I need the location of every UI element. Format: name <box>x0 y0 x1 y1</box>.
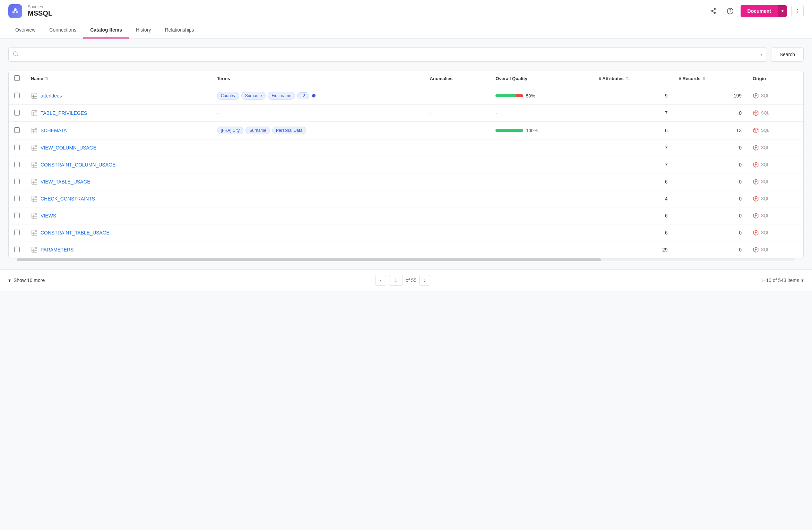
row-name-cell: VIEW_TABLE_USAGE <box>25 173 211 190</box>
search-button[interactable]: Search <box>771 47 804 62</box>
view-icon <box>31 110 38 117</box>
tag[interactable]: [FRA] City <box>217 127 244 134</box>
table-row: SCHEMATA[FRA] CitySurnamePersonal Data10… <box>9 122 803 139</box>
select-all-checkbox[interactable] <box>14 75 20 81</box>
row-checkbox[interactable] <box>14 196 20 201</box>
row-name-text[interactable]: CONSTRAINT_COLUMN_USAGE <box>41 162 115 168</box>
search-input[interactable] <box>21 48 758 61</box>
tag[interactable]: Surname <box>245 127 270 134</box>
origin-text: SQL: <box>761 247 770 252</box>
tag[interactable]: Surname <box>241 92 266 100</box>
row-checkbox-cell <box>9 207 25 224</box>
row-quality-cell: - <box>490 207 593 224</box>
no-tags-dash: - <box>217 110 219 116</box>
tab-connections[interactable]: Connections <box>42 22 83 39</box>
row-checkbox[interactable] <box>14 162 20 167</box>
origin-text: SQL: <box>761 213 770 218</box>
row-name-text[interactable]: CONSTRAINT_TABLE_USAGE <box>41 230 110 236</box>
row-records-cell: 0 <box>673 224 747 241</box>
quality-percentage: 100% <box>526 128 537 133</box>
row-checkbox[interactable] <box>14 145 20 150</box>
document-dropdown-button[interactable]: ▾ <box>778 5 787 17</box>
table-row: VIEW_COLUMN_USAGE---70 SQL: <box>9 139 803 156</box>
prev-page-button[interactable]: ‹ <box>375 275 386 286</box>
row-checkbox-cell <box>9 173 25 190</box>
records-sort-icon[interactable]: ⇅ <box>702 76 706 81</box>
row-name-text[interactable]: TABLE_PRIVILEGES <box>41 110 87 116</box>
row-checkbox-cell <box>9 105 25 122</box>
row-name-cell: attendees <box>25 87 211 105</box>
row-tags-cell: - <box>211 105 424 122</box>
row-checkbox[interactable] <box>14 230 20 235</box>
row-origin-cell: SQL: <box>747 122 803 139</box>
row-checkbox[interactable] <box>14 179 20 184</box>
row-name-text[interactable]: CHECK_CONSTRAINTS <box>41 196 95 202</box>
tab-relationships[interactable]: Relationships <box>158 22 201 39</box>
row-name-text[interactable]: VIEW_TABLE_USAGE <box>41 179 90 185</box>
more-options-button[interactable] <box>791 5 804 17</box>
row-records-cell: 13 <box>673 122 747 139</box>
row-name-text[interactable]: VIEWS <box>41 213 56 219</box>
row-anomalies-cell: - <box>424 173 490 190</box>
help-button[interactable] <box>724 5 736 17</box>
row-origin-cell: SQL: <box>747 241 803 258</box>
origin-text: SQL: <box>761 162 770 167</box>
header-title-area: Sources MSSQL <box>28 5 702 17</box>
view-icon <box>31 161 38 168</box>
tag[interactable]: Personal Data <box>272 127 306 134</box>
row-anomalies-cell: - <box>424 241 490 258</box>
row-checkbox-cell <box>9 139 25 156</box>
row-name-text[interactable]: VIEW_COLUMN_USAGE <box>41 145 96 151</box>
row-checkbox[interactable] <box>14 93 20 98</box>
view-icon <box>31 212 38 219</box>
item-count-dropdown-icon[interactable]: ▾ <box>801 277 804 283</box>
tab-history[interactable]: History <box>129 22 158 39</box>
name-sort-icon[interactable]: ⇅ <box>45 76 48 81</box>
row-checkbox[interactable] <box>14 110 20 116</box>
page-number-input[interactable] <box>389 275 403 286</box>
tag-more[interactable]: +3 <box>297 92 309 99</box>
row-checkbox[interactable] <box>14 127 20 133</box>
origin-text: SQL: <box>761 128 770 133</box>
row-name-text[interactable]: attendees <box>41 93 62 99</box>
row-checkbox[interactable] <box>14 213 20 218</box>
col-header-records: # Records ⇅ <box>673 70 747 87</box>
origin-text: SQL: <box>761 196 770 201</box>
search-caret-icon[interactable]: ▾ <box>760 52 762 57</box>
row-checkbox-cell <box>9 87 25 105</box>
no-tags-dash: - <box>217 247 219 253</box>
tab-catalog-items[interactable]: Catalog Items <box>83 22 129 39</box>
show-more-button[interactable]: ▾ Show 10 more <box>8 277 45 283</box>
tab-overview[interactable]: Overview <box>8 22 42 39</box>
row-quality-cell: - <box>490 190 593 207</box>
tag[interactable]: Country <box>217 92 239 100</box>
row-origin-cell: SQL: <box>747 224 803 241</box>
col-header-attributes: # Attributes ⇅ <box>593 70 673 87</box>
next-page-button[interactable]: › <box>419 275 430 286</box>
document-main-button[interactable]: Document <box>741 5 778 17</box>
row-attributes-cell: 6 <box>593 224 673 241</box>
share-button[interactable] <box>707 5 720 17</box>
row-name-text[interactable]: PARAMETERS <box>41 247 74 253</box>
row-records-cell: 0 <box>673 156 747 173</box>
row-quality-cell: - <box>490 156 593 173</box>
row-name-cell: TABLE_PRIVILEGES <box>25 105 211 122</box>
svg-point-3 <box>714 8 716 10</box>
row-quality-cell: 59% <box>490 87 593 105</box>
row-checkbox[interactable] <box>14 247 20 252</box>
row-name-text[interactable]: SCHEMATA <box>41 128 67 133</box>
row-origin-cell: SQL: <box>747 207 803 224</box>
row-checkbox-cell <box>9 156 25 173</box>
row-name-cell: CONSTRAINT_TABLE_USAGE <box>25 224 211 241</box>
view-icon <box>31 144 38 151</box>
tag[interactable]: First name <box>268 92 295 100</box>
table-row: TABLE_PRIVILEGES---70 SQL: <box>9 105 803 122</box>
row-attributes-cell: 7 <box>593 156 673 173</box>
attributes-sort-icon[interactable]: ⇅ <box>626 76 629 81</box>
no-tags-dash: - <box>217 196 219 202</box>
row-origin-cell: SQL: <box>747 156 803 173</box>
page-total: of 55 <box>406 277 416 283</box>
horizontal-scrollbar[interactable] <box>17 258 795 261</box>
row-quality-cell: - <box>490 224 593 241</box>
row-origin-cell: SQL: <box>747 139 803 156</box>
